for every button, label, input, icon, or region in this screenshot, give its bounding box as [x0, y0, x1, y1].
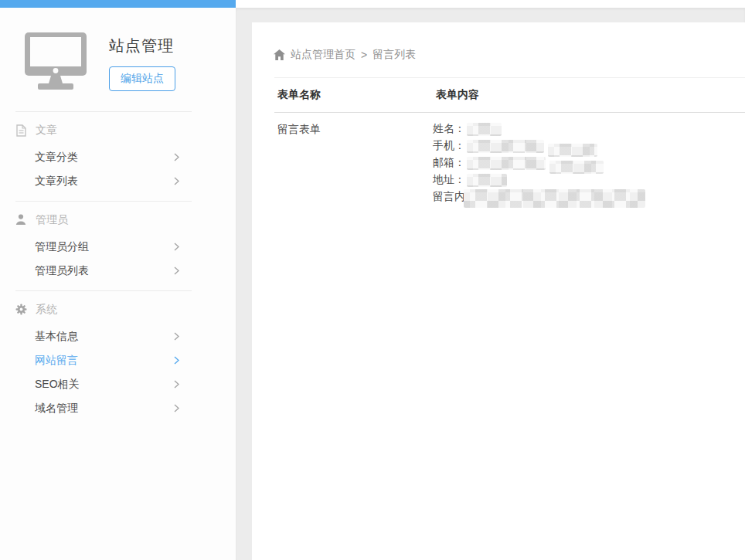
sidebar-item-admin-group[interactable]: 管理员分组 [0, 235, 236, 259]
top-strip [236, 0, 745, 8]
sidebar: 站点管理 编辑站点 [0, 8, 236, 560]
section-label: 文章 [36, 124, 57, 137]
field-label: 留言内 [433, 190, 465, 204]
breadcrumb-home-link[interactable]: 站点管理首页 [291, 48, 355, 62]
message-table: 表单名称 表单内容 留言表单 姓名： [274, 77, 745, 205]
top-accent-bar [0, 0, 236, 8]
gear-icon [15, 304, 27, 316]
menu-item-label: 基本信息 [35, 330, 78, 344]
user-icon [15, 214, 27, 226]
edit-site-button[interactable]: 编辑站点 [109, 66, 175, 91]
chevron-right-icon [174, 404, 179, 412]
breadcrumb-current: 留言列表 [372, 48, 416, 62]
table-header-form-content: 表单内容 [433, 78, 745, 112]
section-divider [15, 111, 192, 112]
menu-item-label: 文章列表 [35, 175, 78, 188]
chevron-right-icon [174, 356, 179, 365]
redacted-value [548, 144, 597, 157]
table-header-row: 表单名称 表单内容 [274, 78, 745, 113]
redacted-value [549, 161, 604, 174]
form-name: 留言表单 [274, 120, 433, 137]
field-address: 地址： [433, 171, 745, 188]
chevron-right-icon [174, 380, 179, 389]
breadcrumb: 站点管理首页 > 留言列表 [274, 48, 745, 62]
field-label: 姓名： [433, 122, 465, 136]
sidebar-item-seo[interactable]: SEO相关 [0, 372, 236, 396]
form-name-cell: 留言表单 [274, 120, 433, 205]
field-label: 地址： [433, 173, 465, 187]
sidebar-item-article-category[interactable]: 文章分类 [0, 145, 236, 169]
content-card: 站点管理首页 > 留言列表 表单名称 表单内容 留言表单 [252, 22, 745, 560]
sidebar-nav: 文章 文章分类 文章列表 [0, 111, 236, 420]
redacted-value [467, 123, 502, 136]
redacted-value [467, 174, 507, 187]
section-header-admin: 管理员 [15, 213, 236, 227]
menu-item-label: 文章分类 [35, 151, 78, 165]
sidebar-item-article-list[interactable]: 文章列表 [0, 169, 236, 193]
table-header-form-name: 表单名称 [274, 78, 433, 112]
section-label: 系统 [36, 303, 57, 317]
menu-item-label: 管理员分组 [35, 240, 89, 254]
field-name: 姓名： [433, 120, 745, 137]
chevron-right-icon [174, 153, 179, 161]
content-background: 站点管理首页 > 留言列表 表单名称 表单内容 留言表单 [236, 8, 745, 560]
breadcrumb-separator: > [361, 49, 367, 61]
section-header-system: 系统 [15, 303, 236, 317]
redacted-value [467, 157, 546, 170]
sidebar-item-domain[interactable]: 域名管理 [0, 396, 236, 420]
redacted-value [467, 140, 544, 153]
nav-section-admin: 管理员 管理员分组 管理员列表 [0, 201, 236, 283]
section-items: 文章分类 文章列表 [0, 145, 236, 193]
section-items: 基本信息 网站留言 SEO相关 [0, 324, 236, 420]
section-header-article: 文章 [15, 124, 236, 137]
document-icon [15, 124, 27, 137]
field-label: 手机： [433, 139, 465, 153]
field-email: 邮箱： [433, 154, 745, 171]
table-row: 留言表单 姓名： 手机： [274, 113, 745, 205]
chevron-right-icon [174, 243, 179, 251]
field-message: 留言内 [433, 188, 745, 205]
field-phone: 手机： [433, 137, 745, 154]
chevron-right-icon [174, 177, 179, 185]
right-column: 站点管理首页 > 留言列表 表单名称 表单内容 留言表单 [236, 0, 745, 560]
left-column: 站点管理 编辑站点 [0, 0, 236, 560]
monitor-icon [23, 31, 90, 91]
home-icon [274, 49, 285, 60]
form-content-cell: 姓名： 手机： 邮箱： [433, 120, 745, 205]
sidebar-item-site-messages[interactable]: 网站留言 [0, 348, 236, 372]
chevron-right-icon [174, 332, 179, 341]
sidebar-item-admin-list[interactable]: 管理员列表 [0, 259, 236, 283]
site-header-right: 站点管理 编辑站点 [109, 31, 175, 91]
menu-item-label: 管理员列表 [35, 264, 89, 278]
site-header: 站点管理 编辑站点 [0, 8, 236, 91]
chevron-right-icon [174, 266, 179, 275]
sidebar-item-basic-info[interactable]: 基本信息 [0, 324, 236, 348]
nav-section-system: 系统 基本信息 网站留言 [0, 290, 236, 420]
menu-item-label: 网站留言 [35, 354, 78, 368]
site-title: 站点管理 [109, 36, 175, 56]
nav-section-article: 文章 文章分类 文章列表 [0, 111, 236, 193]
section-label: 管理员 [36, 213, 68, 227]
field-label: 邮箱： [433, 156, 465, 170]
site-management-app: 站点管理 编辑站点 [0, 0, 745, 560]
section-divider [15, 290, 192, 291]
menu-item-label: 域名管理 [35, 402, 78, 416]
section-items: 管理员分组 管理员列表 [0, 235, 236, 283]
section-divider [15, 201, 192, 202]
menu-item-label: SEO相关 [35, 378, 80, 392]
redacted-value [464, 189, 645, 208]
